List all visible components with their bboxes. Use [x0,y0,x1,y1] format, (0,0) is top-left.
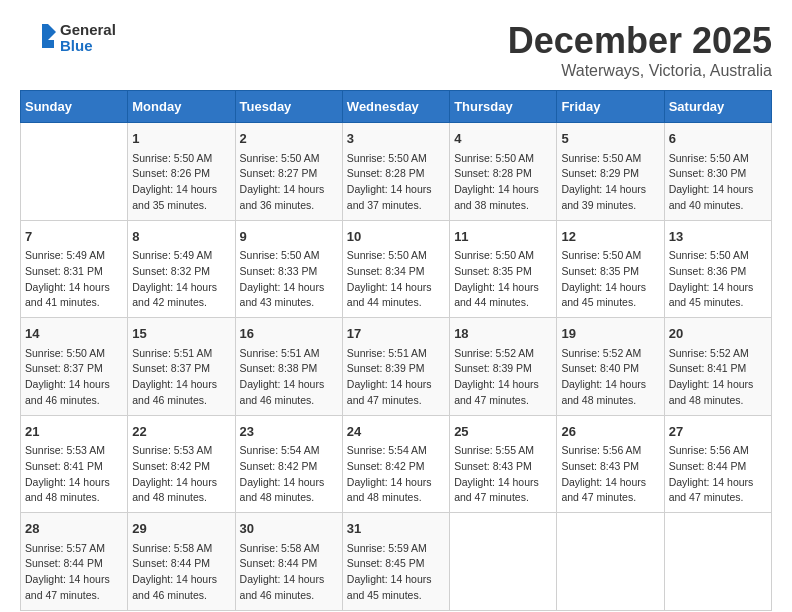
day-number: 5 [561,129,659,149]
daylight-text: Daylight: 14 hours and 42 minutes. [132,280,230,312]
location-title: Waterways, Victoria, Australia [508,62,772,80]
weekday-header-saturday: Saturday [664,91,771,123]
sunset-text: Sunset: 8:33 PM [240,264,338,280]
sunset-text: Sunset: 8:44 PM [240,556,338,572]
day-info: Sunrise: 5:54 AM Sunset: 8:42 PM Dayligh… [347,443,445,506]
day-number: 24 [347,422,445,442]
sunset-text: Sunset: 8:34 PM [347,264,445,280]
sunset-text: Sunset: 8:39 PM [347,361,445,377]
day-info: Sunrise: 5:50 AM Sunset: 8:27 PM Dayligh… [240,151,338,214]
calendar-cell: 9 Sunrise: 5:50 AM Sunset: 8:33 PM Dayli… [235,220,342,318]
calendar-cell: 23 Sunrise: 5:54 AM Sunset: 8:42 PM Dayl… [235,415,342,513]
sunrise-text: Sunrise: 5:50 AM [561,248,659,264]
day-info: Sunrise: 5:59 AM Sunset: 8:45 PM Dayligh… [347,541,445,604]
day-info: Sunrise: 5:52 AM Sunset: 8:39 PM Dayligh… [454,346,552,409]
daylight-text: Daylight: 14 hours and 43 minutes. [240,280,338,312]
sunrise-text: Sunrise: 5:50 AM [25,346,123,362]
logo-blue: Blue [60,38,116,55]
calendar-cell: 30 Sunrise: 5:58 AM Sunset: 8:44 PM Dayl… [235,513,342,611]
page-header: General Blue December 2025 Waterways, Vi… [20,20,772,80]
weekday-header-friday: Friday [557,91,664,123]
day-number: 8 [132,227,230,247]
daylight-text: Daylight: 14 hours and 47 minutes. [454,377,552,409]
day-number: 21 [25,422,123,442]
sunrise-text: Sunrise: 5:51 AM [240,346,338,362]
sunrise-text: Sunrise: 5:58 AM [240,541,338,557]
calendar-cell: 20 Sunrise: 5:52 AM Sunset: 8:41 PM Dayl… [664,318,771,416]
week-row-2: 7 Sunrise: 5:49 AM Sunset: 8:31 PM Dayli… [21,220,772,318]
sunset-text: Sunset: 8:30 PM [669,166,767,182]
calendar-cell [557,513,664,611]
sunset-text: Sunset: 8:32 PM [132,264,230,280]
sunrise-text: Sunrise: 5:57 AM [25,541,123,557]
month-title: December 2025 [508,20,772,62]
day-number: 6 [669,129,767,149]
calendar-cell: 6 Sunrise: 5:50 AM Sunset: 8:30 PM Dayli… [664,123,771,221]
daylight-text: Daylight: 14 hours and 44 minutes. [454,280,552,312]
day-info: Sunrise: 5:50 AM Sunset: 8:28 PM Dayligh… [454,151,552,214]
daylight-text: Daylight: 14 hours and 46 minutes. [132,377,230,409]
calendar-cell: 15 Sunrise: 5:51 AM Sunset: 8:37 PM Dayl… [128,318,235,416]
calendar-cell: 21 Sunrise: 5:53 AM Sunset: 8:41 PM Dayl… [21,415,128,513]
day-number: 12 [561,227,659,247]
sunset-text: Sunset: 8:42 PM [132,459,230,475]
sunset-text: Sunset: 8:29 PM [561,166,659,182]
day-number: 3 [347,129,445,149]
sunrise-text: Sunrise: 5:50 AM [132,151,230,167]
sunrise-text: Sunrise: 5:51 AM [132,346,230,362]
day-info: Sunrise: 5:52 AM Sunset: 8:40 PM Dayligh… [561,346,659,409]
daylight-text: Daylight: 14 hours and 45 minutes. [561,280,659,312]
day-info: Sunrise: 5:50 AM Sunset: 8:36 PM Dayligh… [669,248,767,311]
day-number: 11 [454,227,552,247]
calendar-cell: 13 Sunrise: 5:50 AM Sunset: 8:36 PM Dayl… [664,220,771,318]
sunrise-text: Sunrise: 5:49 AM [132,248,230,264]
day-number: 14 [25,324,123,344]
calendar-cell [450,513,557,611]
daylight-text: Daylight: 14 hours and 38 minutes. [454,182,552,214]
weekday-header-row: SundayMondayTuesdayWednesdayThursdayFrid… [21,91,772,123]
daylight-text: Daylight: 14 hours and 48 minutes. [25,475,123,507]
calendar-cell: 2 Sunrise: 5:50 AM Sunset: 8:27 PM Dayli… [235,123,342,221]
sunset-text: Sunset: 8:31 PM [25,264,123,280]
weekday-header-monday: Monday [128,91,235,123]
day-info: Sunrise: 5:50 AM Sunset: 8:26 PM Dayligh… [132,151,230,214]
week-row-3: 14 Sunrise: 5:50 AM Sunset: 8:37 PM Dayl… [21,318,772,416]
calendar-table: SundayMondayTuesdayWednesdayThursdayFrid… [20,90,772,611]
day-number: 23 [240,422,338,442]
daylight-text: Daylight: 14 hours and 47 minutes. [347,377,445,409]
week-row-5: 28 Sunrise: 5:57 AM Sunset: 8:44 PM Dayl… [21,513,772,611]
day-number: 22 [132,422,230,442]
calendar-cell: 25 Sunrise: 5:55 AM Sunset: 8:43 PM Dayl… [450,415,557,513]
calendar-cell: 26 Sunrise: 5:56 AM Sunset: 8:43 PM Dayl… [557,415,664,513]
day-number: 20 [669,324,767,344]
day-number: 26 [561,422,659,442]
day-info: Sunrise: 5:58 AM Sunset: 8:44 PM Dayligh… [240,541,338,604]
sunrise-text: Sunrise: 5:50 AM [347,248,445,264]
sunset-text: Sunset: 8:42 PM [240,459,338,475]
daylight-text: Daylight: 14 hours and 45 minutes. [347,572,445,604]
daylight-text: Daylight: 14 hours and 47 minutes. [454,475,552,507]
sunset-text: Sunset: 8:28 PM [454,166,552,182]
daylight-text: Daylight: 14 hours and 46 minutes. [240,572,338,604]
day-info: Sunrise: 5:50 AM Sunset: 8:28 PM Dayligh… [347,151,445,214]
sunrise-text: Sunrise: 5:54 AM [240,443,338,459]
sunrise-text: Sunrise: 5:50 AM [454,151,552,167]
daylight-text: Daylight: 14 hours and 48 minutes. [132,475,230,507]
calendar-cell: 22 Sunrise: 5:53 AM Sunset: 8:42 PM Dayl… [128,415,235,513]
daylight-text: Daylight: 14 hours and 35 minutes. [132,182,230,214]
sunrise-text: Sunrise: 5:52 AM [561,346,659,362]
daylight-text: Daylight: 14 hours and 48 minutes. [561,377,659,409]
day-info: Sunrise: 5:55 AM Sunset: 8:43 PM Dayligh… [454,443,552,506]
daylight-text: Daylight: 14 hours and 46 minutes. [25,377,123,409]
daylight-text: Daylight: 14 hours and 48 minutes. [347,475,445,507]
calendar-cell: 16 Sunrise: 5:51 AM Sunset: 8:38 PM Dayl… [235,318,342,416]
sunrise-text: Sunrise: 5:50 AM [669,248,767,264]
calendar-cell [21,123,128,221]
sunrise-text: Sunrise: 5:50 AM [561,151,659,167]
calendar-cell: 18 Sunrise: 5:52 AM Sunset: 8:39 PM Dayl… [450,318,557,416]
day-number: 17 [347,324,445,344]
day-info: Sunrise: 5:50 AM Sunset: 8:29 PM Dayligh… [561,151,659,214]
weekday-header-thursday: Thursday [450,91,557,123]
calendar-cell: 7 Sunrise: 5:49 AM Sunset: 8:31 PM Dayli… [21,220,128,318]
daylight-text: Daylight: 14 hours and 39 minutes. [561,182,659,214]
